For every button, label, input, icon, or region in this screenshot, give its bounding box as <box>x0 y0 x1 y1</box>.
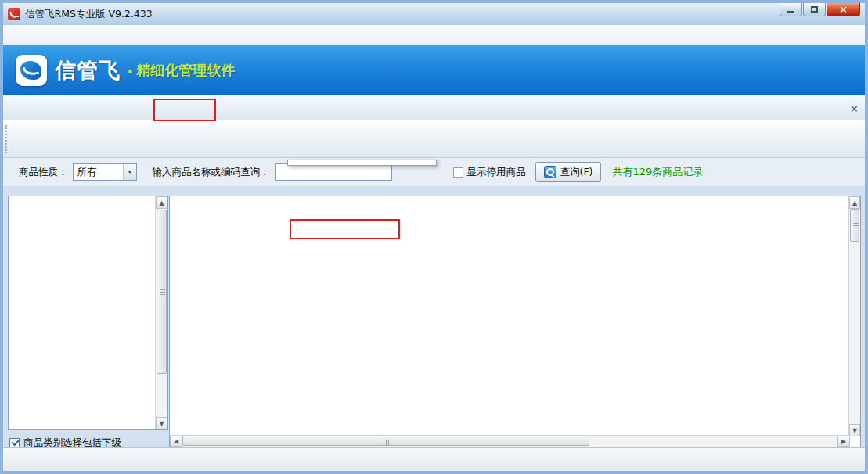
app-window: 信管飞RMS专业版 V9.2.433 ✕ 信管飞 · 精细化管理软件 × 商品性… <box>0 0 868 474</box>
restore-button[interactable] <box>803 3 826 16</box>
menu-bar <box>3 25 865 45</box>
nature-select-dropdown[interactable] <box>123 164 136 180</box>
more-actions-menu <box>287 160 437 166</box>
record-count: 共有129条商品记录 <box>612 165 703 179</box>
scroll-up-icon[interactable]: ▲ <box>156 196 167 209</box>
nature-select[interactable]: 所有 <box>73 163 137 181</box>
minimize-icon <box>787 11 794 13</box>
nature-label: 商品性质： <box>19 166 68 179</box>
tree-scrollbar[interactable]: ▲ ▼ <box>155 196 167 429</box>
search-icon <box>544 166 556 178</box>
strip-close-icon[interactable]: × <box>850 102 859 114</box>
grid-scroll-up-icon[interactable]: ▲ <box>849 196 860 209</box>
grid-vscrollbar[interactable]: ▲ ▼ <box>848 196 860 436</box>
tree-scroll-thumb[interactable] <box>157 210 167 374</box>
title-bar: 信管飞RMS专业版 V9.2.433 ✕ <box>3 3 865 25</box>
window-title: 信管飞RMS专业版 V9.2.433 <box>25 8 153 21</box>
grid-scroll-left-icon[interactable]: ◀ <box>170 436 182 447</box>
category-tree-panel: ▲ ▼ <box>8 196 168 430</box>
query-button[interactable]: 查询(F) <box>535 162 602 182</box>
brand-slogan: 精细化管理软件 <box>136 61 235 80</box>
scroll-down-icon[interactable]: ▼ <box>156 417 167 429</box>
restore-icon <box>811 6 818 13</box>
tab-strip: × <box>3 95 865 120</box>
toolbar <box>3 120 865 158</box>
grid-hscroll-thumb[interactable] <box>182 436 589 446</box>
toolbar-grip <box>5 125 9 153</box>
close-icon: ✕ <box>839 4 848 16</box>
main-content: ▲ ▼ 商品类别选择包括下级 ▲ ▼ ◀ ▶ <box>3 186 865 447</box>
chevron-down-icon <box>128 171 132 174</box>
search-label: 输入商品名称或编码查询： <box>153 166 270 179</box>
status-bar <box>3 447 865 471</box>
brand-banner: 信管飞 · 精细化管理软件 <box>3 45 865 95</box>
app-logo-icon <box>8 8 20 20</box>
grid-vscroll-thumb[interactable] <box>850 209 859 242</box>
query-button-label: 查询(F) <box>560 166 593 179</box>
brand-dot: · <box>127 61 133 81</box>
grid-hscrollbar[interactable]: ◀ ▶ <box>170 435 850 447</box>
minimize-button[interactable] <box>780 3 802 16</box>
grid-scroll-right-icon[interactable]: ▶ <box>837 436 850 447</box>
brand-block: 信管飞 · 精细化管理软件 <box>16 55 235 86</box>
brand-name: 信管飞 <box>55 56 121 84</box>
grid-scroll-down-icon[interactable]: ▼ <box>849 424 860 436</box>
brand-logo-icon <box>16 55 47 86</box>
nature-select-value: 所有 <box>74 166 123 179</box>
search-input[interactable] <box>275 163 392 181</box>
product-grid: ▲ ▼ ◀ ▶ <box>169 196 861 447</box>
show-disabled-label: 显示停用商品 <box>467 166 526 179</box>
show-disabled-checkbox[interactable] <box>453 167 463 178</box>
close-button[interactable]: ✕ <box>827 3 860 16</box>
